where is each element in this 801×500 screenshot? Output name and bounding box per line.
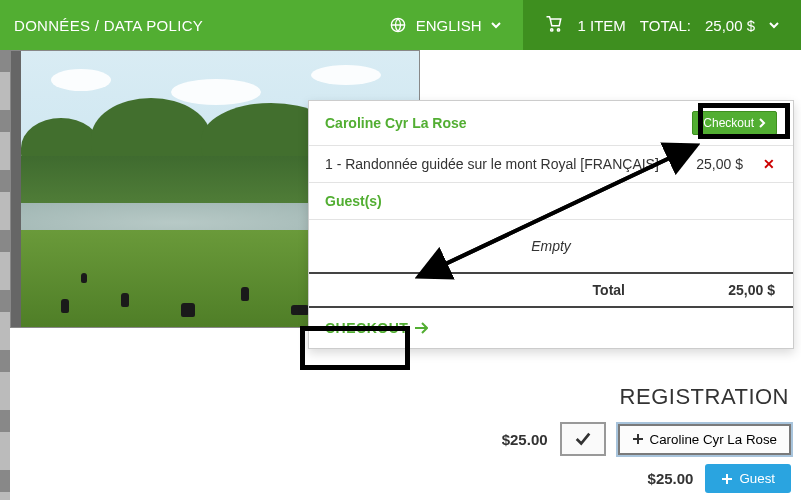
checkout-big-label: CHECKOUT (325, 320, 408, 336)
registration-row-guest: $25.00 Guest (11, 460, 791, 497)
cart-guests-empty: Empty (309, 220, 793, 272)
registration-heading: REGISTRATION (11, 384, 791, 418)
cart-line-price: 25,00 $ (671, 156, 761, 172)
cart-total-value: 25,00 $ (665, 282, 775, 298)
data-policy-label: DONNÉES / DATA POLICY (14, 17, 203, 34)
cart-guests-heading: Guest(s) (325, 193, 382, 209)
cart-summary[interactable]: 1 ITEM TOTAL: 25,00 $ (523, 0, 801, 50)
registration-row-attendee: $25.00 Caroline Cyr La Rose (11, 418, 791, 460)
cart-customer-name: Caroline Cyr La Rose (325, 115, 467, 131)
language-selector[interactable]: ENGLISH (368, 0, 524, 50)
data-policy-link[interactable]: DONNÉES / DATA POLICY (0, 0, 217, 50)
add-guest-button[interactable]: Guest (705, 464, 791, 493)
registration-price: $25.00 (478, 431, 548, 448)
cart-line-remove-button[interactable]: ✕ (761, 156, 777, 172)
cropped-sidebar (0, 50, 10, 500)
cart-total-label: Total (327, 282, 665, 298)
checkout-mini-button[interactable]: Checkout (692, 111, 777, 135)
registration-section: REGISTRATION $25.00 Caroline Cyr La Rose… (11, 384, 801, 497)
cart-line-item: 1 - Randonnée guidée sur le mont Royal [… (309, 146, 793, 183)
plus-icon (721, 473, 733, 485)
cart-total-label: TOTAL: (640, 17, 691, 34)
checkout-big-button[interactable]: CHECKOUT (325, 320, 428, 336)
topbar: DONNÉES / DATA POLICY ENGLISH 1 ITEM TOT… (0, 0, 801, 50)
arrow-right-icon (414, 322, 428, 334)
plus-icon (632, 433, 644, 445)
globe-icon (390, 17, 406, 33)
registration-price: $25.00 (623, 470, 693, 487)
caret-down-icon (769, 20, 779, 30)
cart-items-count: 1 ITEM (577, 17, 625, 34)
registration-selected-check[interactable] (560, 422, 606, 456)
cart-line-desc: 1 - Randonnée guidée sur le mont Royal [… (325, 156, 671, 172)
add-attendee-self-label: Caroline Cyr La Rose (650, 432, 777, 447)
checkout-mini-label: Checkout (703, 116, 754, 130)
language-label: ENGLISH (416, 17, 482, 34)
cart-dropdown-panel: Caroline Cyr La Rose Checkout 1 - Randon… (308, 100, 794, 349)
chevron-right-icon (758, 118, 766, 128)
caret-down-icon (491, 20, 501, 30)
cart-total-row: Total 25,00 $ (309, 272, 793, 308)
cart-total-value: 25,00 $ (705, 17, 755, 34)
cart-icon (545, 16, 563, 34)
check-icon (574, 430, 592, 448)
add-guest-label: Guest (739, 471, 775, 486)
add-attendee-self-button[interactable]: Caroline Cyr La Rose (618, 424, 791, 455)
